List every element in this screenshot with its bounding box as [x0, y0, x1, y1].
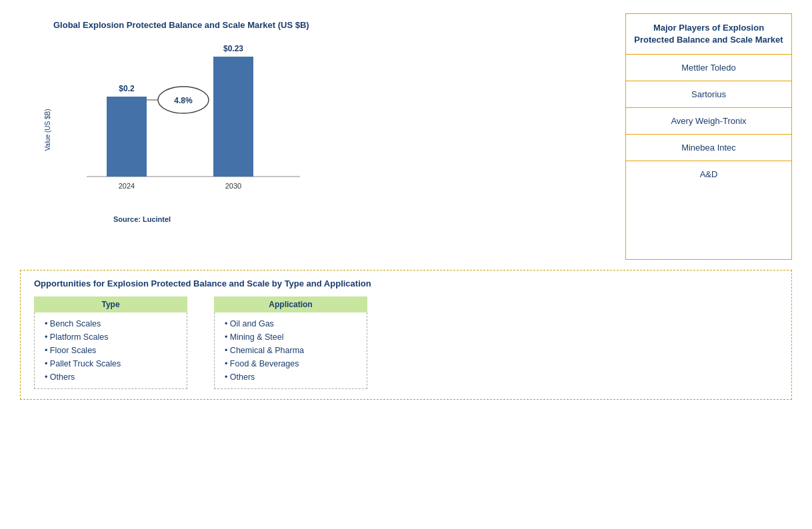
type-item-4: • Others	[45, 372, 177, 382]
type-list: • Bench Scales • Platform Scales • Floor…	[34, 312, 187, 389]
svg-text:2030: 2030	[225, 182, 241, 190]
type-item-3: • Pallet Truck Scales	[45, 359, 177, 368]
player-ad: A&D	[626, 161, 791, 187]
type-item-0: • Bench Scales	[45, 319, 177, 328]
svg-text:2024: 2024	[119, 182, 135, 190]
bar-2030	[213, 57, 253, 177]
player-minebea: Minebea Intec	[626, 135, 791, 161]
application-column: Application • Oil and Gas • Mining & Ste…	[214, 296, 367, 389]
opp-columns: Type • Bench Scales • Platform Scales • …	[34, 296, 778, 389]
type-item-1: • Platform Scales	[45, 332, 177, 342]
source-text: Source: Lucintel	[113, 215, 171, 223]
app-item-0: • Oil and Gas	[225, 319, 357, 328]
svg-text:4.8%: 4.8%	[174, 96, 193, 105]
svg-text:$0.23: $0.23	[223, 44, 243, 53]
opportunities-section: Opportunities for Explosion Protected Ba…	[20, 270, 792, 400]
bar-2024	[107, 97, 147, 177]
player-sartorius: Sartorius	[626, 81, 791, 108]
top-section: Global Explosion Protected Balance and S…	[20, 13, 792, 260]
app-item-2: • Chemical & Pharma	[225, 346, 357, 355]
player-avery: Avery Weigh-Tronix	[626, 108, 791, 135]
type-item-2: • Floor Scales	[45, 346, 177, 355]
main-container: Global Explosion Protected Balance and S…	[0, 0, 812, 529]
type-header: Type	[34, 296, 187, 312]
major-players-title: Major Players of Explosion Protected Bal…	[626, 14, 791, 55]
app-item-1: • Mining & Steel	[225, 332, 357, 342]
chart-title: Global Explosion Protected Balance and S…	[53, 20, 619, 30]
chart-area: Global Explosion Protected Balance and S…	[20, 13, 625, 260]
major-players-panel: Major Players of Explosion Protected Bal…	[625, 13, 792, 260]
y-axis-label: Value (US $B)	[44, 109, 51, 151]
svg-text:$0.2: $0.2	[119, 84, 135, 93]
application-list: • Oil and Gas • Mining & Steel • Chemica…	[214, 312, 367, 389]
app-item-4: • Others	[225, 372, 357, 382]
player-mettler: Mettler Toledo	[626, 55, 791, 81]
type-column: Type • Bench Scales • Platform Scales • …	[34, 296, 187, 389]
app-item-3: • Food & Beverages	[225, 359, 357, 368]
application-header: Application	[214, 296, 367, 312]
opportunities-title: Opportunities for Explosion Protected Ba…	[34, 278, 778, 288]
